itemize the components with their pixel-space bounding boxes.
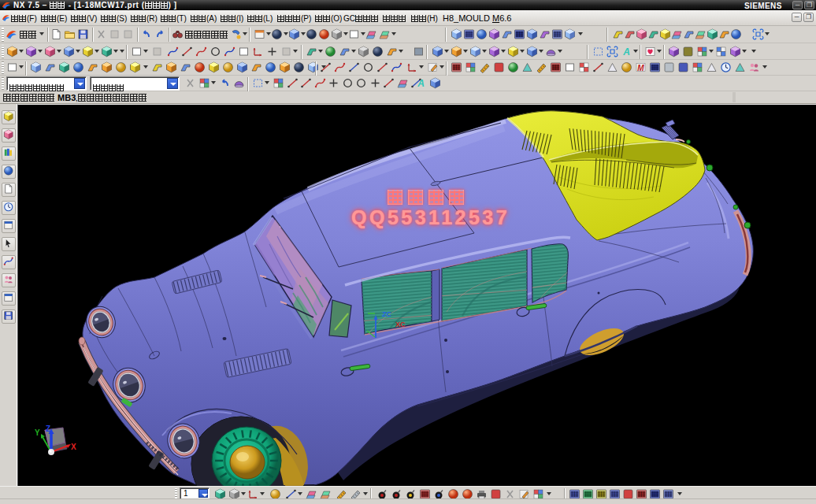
svg-text:Z: Z <box>46 424 50 433</box>
svg-text:XC: XC <box>395 321 406 328</box>
svg-text:A: A <box>622 46 630 57</box>
svg-text:ZC: ZC <box>382 310 391 318</box>
svg-text:A: A <box>417 78 425 89</box>
svg-text:Y: Y <box>35 428 40 437</box>
svg-text:X: X <box>71 443 76 451</box>
svg-text:M: M <box>637 64 644 72</box>
